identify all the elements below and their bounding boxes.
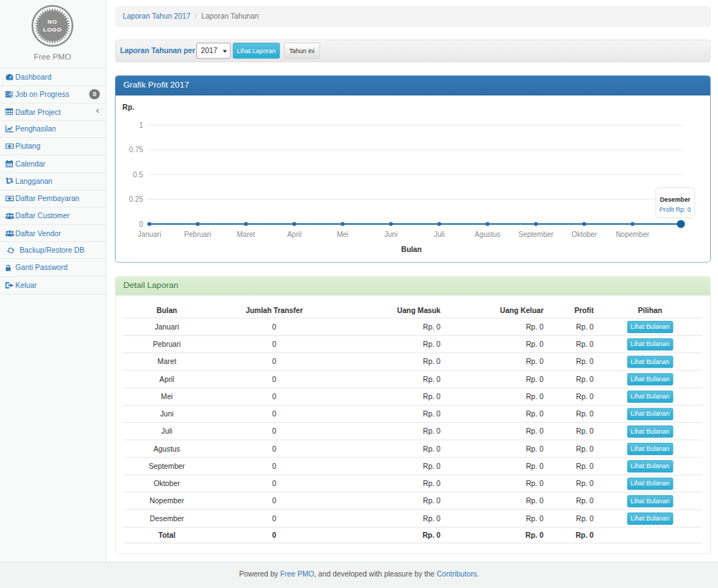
svg-text:Agustus: Agustus [475,230,500,238]
svg-text:Rp.: Rp. [122,103,134,111]
svg-text:Bulan: Bulan [401,246,421,253]
svg-text:Juni: Juni [384,230,397,238]
svg-text:Juli: Juli [434,230,444,238]
svg-text:0.5: 0.5 [133,171,143,179]
svg-text:Nopember: Nopember [615,230,649,238]
svg-text:Maret: Maret [236,230,255,238]
svg-text:0: 0 [139,220,143,228]
svg-text:0.75: 0.75 [129,146,143,154]
svg-text:Desember: Desember [660,196,691,203]
svg-text:September: September [518,230,554,238]
svg-text:1: 1 [139,121,143,129]
svg-text:Januari: Januari [137,230,161,238]
svg-text:Pebruari: Pebruari [184,230,211,238]
svg-text:Free PMO: Free PMO [34,52,71,61]
svg-text:Oktober: Oktober [572,230,597,238]
svg-text:NO: NO [47,19,57,25]
svg-text:0.25: 0.25 [129,195,143,203]
svg-text:Profit Rp: 0: Profit Rp: 0 [659,206,691,213]
svg-text:LOGO: LOGO [43,27,62,33]
svg-text:Mei: Mei [337,230,348,238]
svg-text:April: April [287,230,302,238]
